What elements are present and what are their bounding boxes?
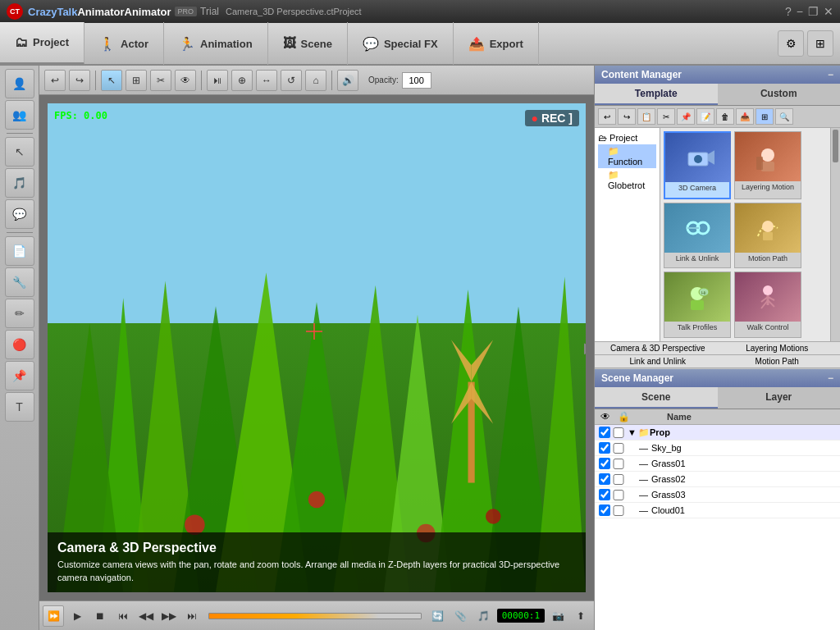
content-tool-1[interactable]: ↩ bbox=[598, 108, 616, 125]
skybg-lock-check[interactable] bbox=[613, 443, 624, 454]
sidebar-btn-group[interactable]: 👥 bbox=[5, 100, 34, 130]
tree-item-project[interactable]: 🗁 Project bbox=[598, 131, 656, 144]
scene-row-cloud01[interactable]: — Cloud01 bbox=[595, 503, 840, 518]
grass01-lock-check[interactable] bbox=[613, 459, 624, 469]
tab-export-label: Export bbox=[490, 38, 523, 50]
sidebar-btn-text[interactable]: T bbox=[5, 392, 34, 422]
timeline-slider[interactable] bbox=[208, 613, 422, 619]
next-frame-button[interactable]: ⏭ bbox=[182, 606, 202, 626]
scene-row-grass02[interactable]: — Grass02 bbox=[595, 472, 840, 487]
tab-project[interactable]: 🗂 Project bbox=[0, 22, 84, 65]
sidebar-btn-pin[interactable]: 📌 bbox=[5, 361, 34, 390]
crop-tool[interactable]: ✂ bbox=[150, 70, 171, 91]
cloud01-visibility-check[interactable] bbox=[598, 504, 611, 516]
tree-item-function[interactable]: 📁 Function bbox=[598, 144, 656, 168]
opacity-input[interactable] bbox=[402, 72, 431, 89]
content-tool-8[interactable]: 📥 bbox=[736, 108, 754, 125]
timeline-icon[interactable]: ⏩ bbox=[43, 605, 64, 627]
prev-frame-button[interactable]: ⏮ bbox=[113, 606, 133, 626]
scene-row-grass01[interactable]: — Grass01 bbox=[595, 456, 840, 472]
content-tool-6[interactable]: 📝 bbox=[696, 108, 714, 125]
viewport-arrow-right[interactable]: ▶ bbox=[584, 339, 586, 357]
move-tool[interactable]: ⊕ bbox=[231, 70, 253, 91]
redo-button[interactable]: ↪ bbox=[69, 70, 90, 91]
undo-button[interactable]: ↩ bbox=[44, 70, 66, 91]
home-tool[interactable]: ⌂ bbox=[305, 70, 326, 91]
settings-icon[interactable]: ⚙ bbox=[778, 30, 804, 57]
loop-button[interactable]: 🔄 bbox=[428, 606, 448, 626]
sidebar-btn-music[interactable]: 🎵 bbox=[5, 168, 34, 198]
camera-button[interactable]: 📷 bbox=[548, 606, 568, 626]
tab-actor[interactable]: 🚶 Actor bbox=[84, 22, 164, 65]
content-item-3dcamera[interactable]: 3D Camera bbox=[664, 131, 731, 199]
sidebar-btn-actor[interactable]: 👤 bbox=[5, 69, 34, 98]
scene-row-skybg[interactable]: — Sky_bg bbox=[595, 441, 840, 456]
restore-button[interactable]: ❐ bbox=[808, 5, 819, 18]
rotate-tool[interactable]: ↺ bbox=[281, 70, 302, 91]
cloud01-lock-check[interactable] bbox=[613, 505, 624, 516]
sidebar-btn-record[interactable]: 🔴 bbox=[5, 330, 34, 359]
content-item-walk[interactable]: Walk Control bbox=[734, 272, 801, 338]
content-tool-9[interactable]: ⊞ bbox=[756, 108, 774, 125]
scene-row-prop[interactable]: ▼ 📁 Prop bbox=[595, 425, 840, 441]
grass03-visibility-check[interactable] bbox=[598, 489, 611, 500]
grass01-visibility-check[interactable] bbox=[598, 458, 611, 469]
content-tool-10[interactable]: 🔍 bbox=[775, 108, 793, 125]
transform-tool[interactable]: ⊞ bbox=[126, 70, 147, 91]
content-tool-7[interactable]: 🗑 bbox=[716, 108, 734, 125]
canvas-viewport[interactable]: FPS: 0.00 ● REC ] [ ● REC ] Camera & 3D … bbox=[48, 103, 586, 592]
sidebar-btn-edit[interactable]: ✏ bbox=[5, 299, 34, 328]
prop-expand[interactable]: ▼ bbox=[628, 427, 637, 437]
help-button[interactable]: ? bbox=[785, 5, 792, 18]
scrollbar-thumb[interactable] bbox=[833, 130, 838, 162]
content-item-link[interactable]: Link & Unlink bbox=[664, 203, 731, 269]
content-tool-2[interactable]: ↪ bbox=[618, 108, 636, 125]
grass03-lock-check[interactable] bbox=[613, 490, 624, 500]
prop-visibility-check[interactable] bbox=[598, 427, 611, 438]
minimize-button[interactable]: − bbox=[797, 5, 803, 18]
tab-layer-view[interactable]: Layer bbox=[718, 387, 841, 409]
play-button[interactable]: ▶ bbox=[67, 606, 87, 626]
tab-animation[interactable]: 🏃 Animation bbox=[164, 22, 268, 65]
audio-tool[interactable]: 🔊 bbox=[337, 70, 358, 91]
grass02-visibility-check[interactable] bbox=[598, 473, 611, 485]
content-manager-close[interactable]: − bbox=[828, 69, 833, 80]
content-tool-3[interactable]: 📋 bbox=[637, 108, 655, 125]
rewind-button[interactable]: ◀◀ bbox=[136, 606, 156, 626]
scene-manager-close[interactable]: − bbox=[828, 372, 833, 384]
sidebar-btn-tool[interactable]: 🔧 bbox=[5, 267, 34, 297]
close-button[interactable]: ✕ bbox=[824, 5, 833, 18]
tab-export[interactable]: 📤 Export bbox=[454, 22, 539, 65]
sidebar-btn-select[interactable]: ↖ bbox=[5, 137, 34, 167]
tab-scene[interactable]: 🖼 Scene bbox=[268, 22, 348, 65]
preview-tool[interactable]: 👁 bbox=[175, 70, 196, 91]
thumb-motion bbox=[735, 203, 801, 253]
tab-specialfx[interactable]: 💬 Special FX bbox=[348, 22, 454, 65]
skybg-visibility-check[interactable] bbox=[598, 442, 611, 454]
content-item-layering[interactable]: Layering Motion bbox=[734, 131, 801, 199]
sidebar-btn-bubble[interactable]: 💬 bbox=[5, 199, 34, 229]
tab-scene-view[interactable]: Scene bbox=[595, 387, 718, 409]
playback-control[interactable]: ⏯ bbox=[207, 70, 228, 91]
options-icon[interactable]: ⊞ bbox=[807, 30, 833, 57]
prop-lock-check[interactable] bbox=[613, 427, 624, 438]
content-tool-4[interactable]: ✂ bbox=[657, 108, 675, 125]
forward-button[interactable]: ▶▶ bbox=[159, 606, 179, 626]
content-item-motion[interactable]: Motion Path bbox=[734, 203, 801, 269]
tab-template[interactable]: Template bbox=[595, 84, 718, 105]
content-item-talk[interactable]: Hi Talk Profiles bbox=[664, 272, 731, 338]
clip-button[interactable]: 📎 bbox=[451, 606, 471, 626]
content-tool-5[interactable]: 📌 bbox=[677, 108, 695, 125]
grass02-lock-check[interactable] bbox=[613, 474, 624, 485]
pan-tool[interactable]: ↔ bbox=[256, 70, 277, 91]
scene-row-grass03[interactable]: — Grass03 bbox=[595, 487, 840, 503]
thumb-walk bbox=[735, 272, 801, 322]
content-scrollbar[interactable] bbox=[830, 128, 840, 341]
sidebar-btn-doc[interactable]: 📄 bbox=[5, 236, 34, 266]
music-button[interactable]: 🎵 bbox=[474, 606, 494, 626]
select-tool[interactable]: ↖ bbox=[101, 70, 122, 91]
stop-button[interactable]: ⏹ bbox=[90, 606, 110, 626]
tree-item-globetrot[interactable]: 📁 Globetrot bbox=[598, 168, 656, 192]
export-button[interactable]: ⬆ bbox=[571, 606, 591, 626]
tab-custom[interactable]: Custom bbox=[718, 84, 841, 105]
